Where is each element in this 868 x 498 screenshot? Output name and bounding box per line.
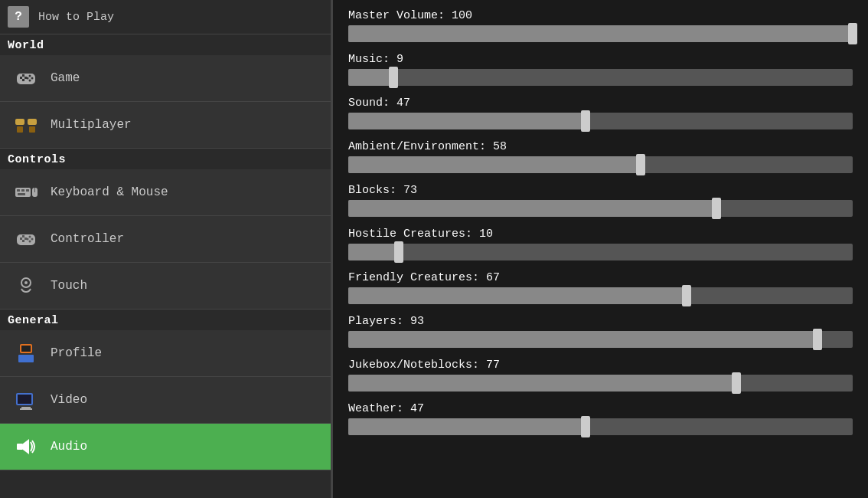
svg-rect-32: [21, 346, 31, 352]
audio-icon: [12, 433, 40, 460]
slider-fill-ambient-environment: [348, 156, 641, 173]
svg-rect-10: [28, 119, 37, 125]
svg-rect-38: [17, 444, 23, 450]
slider-fill-hostile-creatures: [348, 244, 399, 260]
slider-track-jukebox-noteblocks[interactable]: [348, 375, 853, 392]
svg-rect-12: [29, 126, 35, 133]
svg-rect-33: [18, 355, 34, 362]
sidebar-item-touch[interactable]: Touch: [0, 263, 331, 310]
slider-track-weather[interactable]: [348, 418, 853, 435]
sidebar-item-multiplayer[interactable]: Multiplayer: [0, 102, 331, 149]
slider-label-hostile-creatures: Hostile Creatures: 10: [348, 228, 853, 241]
slider-row-sound: Sound: 47: [348, 97, 853, 129]
slider-label-sound: Sound: 47: [348, 97, 853, 110]
sidebar-item-keyboard-mouse[interactable]: Keyboard & Mouse: [0, 169, 331, 216]
slider-label-weather: Weather: 47: [348, 402, 853, 415]
slider-fill-master-volume: [348, 25, 853, 42]
gamepad-icon: [12, 64, 40, 92]
profile-label: Profile: [51, 346, 102, 360]
slider-label-players: Players: 93: [348, 315, 853, 328]
section-controls: Controls: [0, 149, 331, 169]
sidebar-item-game[interactable]: Game: [0, 55, 331, 102]
svg-rect-35: [18, 395, 31, 404]
how-to-play-row[interactable]: ? How to Play: [0, 0, 331, 34]
slider-thumb-weather[interactable]: [581, 416, 590, 437]
slider-thumb-jukebox-noteblocks[interactable]: [732, 372, 741, 394]
slider-row-hostile-creatures: Hostile Creatures: 10: [348, 228, 853, 260]
svg-point-6: [31, 77, 34, 80]
slider-thumb-master-volume[interactable]: [848, 23, 857, 44]
sidebar-item-audio[interactable]: Audio: [0, 424, 331, 470]
audio-settings-panel: Master Volume: 100Music: 9Sound: 47Ambie…: [333, 0, 868, 498]
svg-rect-9: [15, 119, 24, 125]
svg-rect-36: [21, 407, 31, 408]
svg-point-25: [29, 236, 31, 238]
slider-fill-music: [348, 69, 393, 86]
profile-icon: [12, 339, 40, 367]
how-to-play-label[interactable]: How to Play: [38, 11, 114, 24]
slider-thumb-ambient-environment[interactable]: [636, 154, 645, 175]
video-icon: [12, 386, 40, 414]
svg-rect-4: [24, 77, 27, 79]
slider-track-players[interactable]: [348, 331, 853, 348]
video-label: Video: [51, 393, 87, 407]
slider-track-sound[interactable]: [348, 113, 853, 129]
slider-row-weather: Weather: 47: [348, 402, 853, 435]
svg-rect-24: [24, 238, 27, 240]
keyboard-mouse-label: Keyboard & Mouse: [51, 185, 168, 199]
slider-label-ambient-environment: Ambient/Environment: 58: [348, 140, 853, 153]
slider-thumb-blocks[interactable]: [712, 198, 721, 219]
sidebar-item-profile[interactable]: Profile: [0, 330, 331, 377]
svg-rect-15: [21, 189, 24, 192]
svg-rect-37: [20, 408, 32, 410]
svg-rect-11: [17, 126, 23, 133]
slider-track-ambient-environment[interactable]: [348, 156, 853, 173]
slider-track-master-volume[interactable]: [348, 25, 853, 42]
slider-row-friendly-creatures: Friendly Creatures: 67: [348, 271, 853, 304]
svg-point-26: [31, 238, 34, 241]
slider-thumb-sound[interactable]: [581, 110, 590, 132]
svg-rect-21: [20, 238, 22, 240]
multiplayer-label: Multiplayer: [51, 118, 132, 132]
slider-thumb-hostile-creatures[interactable]: [394, 241, 403, 263]
slider-track-music[interactable]: [348, 69, 853, 86]
section-general: General: [0, 310, 331, 330]
keyboard-icon: [12, 179, 40, 206]
slider-label-music: Music: 9: [348, 53, 853, 66]
slider-row-music: Music: 9: [348, 53, 853, 86]
touch-label: Touch: [51, 279, 87, 293]
slider-fill-blocks: [348, 200, 716, 217]
touch-icon: [12, 272, 40, 300]
svg-rect-22: [22, 235, 24, 238]
sidebar: ? How to Play World Game: [0, 0, 333, 498]
slider-thumb-music[interactable]: [389, 67, 398, 88]
svg-rect-13: [15, 188, 31, 197]
slider-track-blocks[interactable]: [348, 200, 853, 217]
slider-row-jukebox-noteblocks: Jukebox/Noteblocks: 77: [348, 359, 853, 392]
svg-point-7: [27, 77, 29, 80]
slider-thumb-players[interactable]: [813, 329, 822, 350]
slider-row-blocks: Blocks: 73: [348, 184, 853, 217]
svg-point-30: [24, 281, 28, 284]
slider-label-master-volume: Master Volume: 100: [348, 9, 853, 22]
svg-rect-3: [22, 79, 24, 81]
slider-label-blocks: Blocks: 73: [348, 184, 853, 197]
slider-row-players: Players: 93: [348, 315, 853, 348]
slider-fill-players: [348, 331, 817, 348]
slider-track-hostile-creatures[interactable]: [348, 244, 853, 260]
slider-track-friendly-creatures[interactable]: [348, 287, 853, 304]
slider-fill-sound: [348, 113, 586, 129]
audio-label: Audio: [51, 440, 87, 454]
slider-fill-jukebox-noteblocks: [348, 375, 736, 392]
svg-rect-14: [17, 189, 20, 192]
svg-point-5: [29, 75, 31, 77]
svg-point-27: [27, 238, 29, 241]
slider-thumb-friendly-creatures[interactable]: [682, 285, 691, 306]
sidebar-item-video[interactable]: Video: [0, 377, 331, 424]
section-world: World: [0, 34, 331, 55]
multiplayer-icon: [12, 111, 40, 139]
slider-label-friendly-creatures: Friendly Creatures: 67: [348, 271, 853, 284]
slider-fill-weather: [348, 418, 586, 435]
sidebar-item-controller[interactable]: Controller: [0, 216, 331, 263]
svg-rect-17: [18, 193, 25, 195]
